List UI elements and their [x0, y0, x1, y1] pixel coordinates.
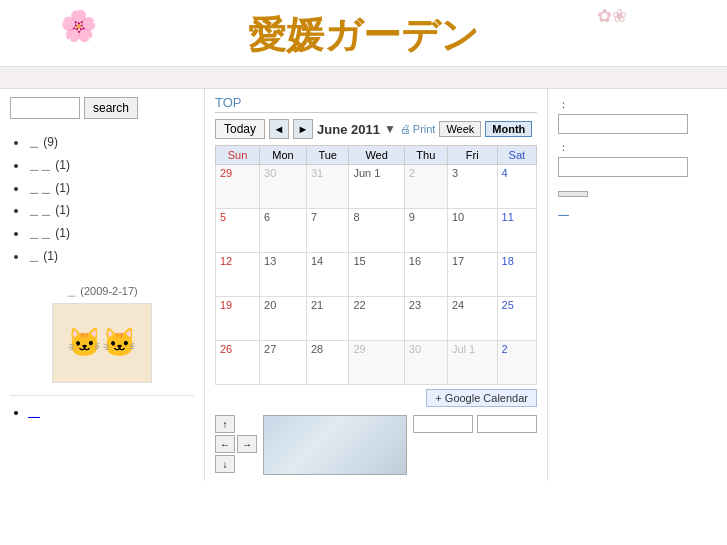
flower-decoration-left: 🌸: [60, 8, 97, 43]
prev-month-button[interactable]: ◄: [269, 119, 289, 139]
calendar-cell[interactable]: 28: [306, 341, 348, 385]
today-button[interactable]: Today: [215, 119, 265, 139]
right-input-1[interactable]: [558, 114, 688, 134]
map-up-button[interactable]: ↑: [215, 415, 235, 433]
calendar-cell[interactable]: 7: [306, 209, 348, 253]
right-link[interactable]: ＿: [558, 203, 717, 218]
map-down-button[interactable]: ↓: [215, 455, 235, 473]
calendar-cell[interactable]: 22: [349, 297, 404, 341]
col-header-tue: Tue: [306, 146, 348, 165]
next-month-button[interactable]: ►: [293, 119, 313, 139]
google-calendar-button[interactable]: + Google Calendar: [426, 389, 537, 407]
calendar-cell[interactable]: 29: [349, 341, 404, 385]
google-calendar-footer: + Google Calendar: [215, 389, 537, 407]
col-header-sat: Sat: [497, 146, 536, 165]
calendar-week-row: 2627282930Jul 12: [216, 341, 537, 385]
right-sidebar: ： ： ＿: [547, 89, 727, 481]
map-right-button[interactable]: →: [237, 435, 257, 453]
calendar-cell[interactable]: 31: [306, 165, 348, 209]
calendar-cell[interactable]: 30: [260, 165, 307, 209]
calendar-cell[interactable]: 12: [216, 253, 260, 297]
main-content: TOP Today ◄ ► June 2011 ▼ 🖨 Print Week M…: [205, 89, 547, 481]
printer-icon: 🖨: [400, 123, 411, 135]
calendar-cell[interactable]: 24: [447, 297, 497, 341]
map-input-2[interactable]: [477, 415, 537, 433]
calendar-cell[interactable]: 2: [497, 341, 536, 385]
calendar-cell[interactable]: 27: [260, 341, 307, 385]
calendar-cell[interactable]: 2: [404, 165, 447, 209]
calendar-week-row: 293031Jun 1234: [216, 165, 537, 209]
calendar-cell[interactable]: 16: [404, 253, 447, 297]
map-placeholder: [263, 415, 407, 475]
sidebar-bottom-list: ＿: [10, 404, 194, 421]
right-submit-button[interactable]: [558, 191, 588, 197]
list-item[interactable]: ＿＿ (1): [28, 154, 194, 177]
list-item-link[interactable]: ＿ (1): [28, 249, 58, 263]
calendar-cell[interactable]: 9: [404, 209, 447, 253]
calendar-cell[interactable]: 23: [404, 297, 447, 341]
calendar-cell[interactable]: 3: [447, 165, 497, 209]
week-view-button[interactable]: Week: [439, 121, 481, 137]
list-item[interactable]: ＿＿ (1): [28, 199, 194, 222]
list-item-link[interactable]: ＿ (9): [28, 135, 58, 149]
list-item-link[interactable]: ＿＿ (1): [28, 203, 70, 217]
month-view-button[interactable]: Month: [485, 121, 532, 137]
calendar-cell[interactable]: 26: [216, 341, 260, 385]
calendar-cell[interactable]: 5: [216, 209, 260, 253]
calendar-cell[interactable]: 18: [497, 253, 536, 297]
list-item[interactable]: ＿＿ (1): [28, 222, 194, 245]
right-input-2[interactable]: [558, 157, 688, 177]
calendar-cell[interactable]: 6: [260, 209, 307, 253]
print-button[interactable]: 🖨 Print: [400, 123, 436, 135]
search-area: search: [10, 97, 194, 119]
list-item[interactable]: ＿＿ (1): [28, 177, 194, 200]
calendar-table: Sun Mon Tue Wed Thu Fri Sat 293031Jun 12…: [215, 145, 537, 385]
list-item[interactable]: ＿: [28, 404, 194, 421]
search-input[interactable]: [10, 97, 80, 119]
list-item-link[interactable]: ＿＿ (1): [28, 181, 70, 195]
calendar-cell[interactable]: 13: [260, 253, 307, 297]
bottom-list-link[interactable]: ＿: [28, 405, 40, 419]
calendar-cell[interactable]: 14: [306, 253, 348, 297]
list-item[interactable]: ＿ (1): [28, 245, 194, 268]
month-label: June 2011: [317, 122, 380, 137]
right-form-row-2: ：: [558, 140, 717, 177]
col-header-mon: Mon: [260, 146, 307, 165]
sidebar: search ＿ (9) ＿＿ (1) ＿＿ (1) ＿＿ (1) ＿＿ (1)…: [0, 89, 205, 481]
calendar-cell[interactable]: Jul 1: [447, 341, 497, 385]
list-item[interactable]: ＿ (9): [28, 131, 194, 154]
calendar-cell[interactable]: 20: [260, 297, 307, 341]
calendar-cell[interactable]: 29: [216, 165, 260, 209]
calendar-cell[interactable]: 15: [349, 253, 404, 297]
calendar-header-row: Sun Mon Tue Wed Thu Fri Sat: [216, 146, 537, 165]
col-header-fri: Fri: [447, 146, 497, 165]
calendar-cell[interactable]: 11: [497, 209, 536, 253]
map-left-button[interactable]: ←: [215, 435, 235, 453]
right-label-1: ：: [558, 97, 717, 112]
calendar-cell[interactable]: 8: [349, 209, 404, 253]
calendar-body: 293031Jun 123456789101112131415161718192…: [216, 165, 537, 385]
search-button[interactable]: search: [84, 97, 138, 119]
list-item-link[interactable]: ＿＿ (1): [28, 226, 70, 240]
calendar-cell[interactable]: Jun 1: [349, 165, 404, 209]
calendar-cell[interactable]: 19: [216, 297, 260, 341]
nav-bar: [0, 67, 727, 89]
month-dropdown-icon[interactable]: ▼: [384, 122, 396, 136]
calendar-cell[interactable]: 4: [497, 165, 536, 209]
map-input-1[interactable]: [413, 415, 473, 433]
col-header-sun: Sun: [216, 146, 260, 165]
sidebar-image-label: ＿ (2009-2-17): [10, 284, 194, 299]
calendar-cell[interactable]: 21: [306, 297, 348, 341]
top-label: TOP: [215, 95, 537, 113]
lucky-cat-image: 🐱🐱: [52, 303, 152, 383]
calendar-cell[interactable]: 25: [497, 297, 536, 341]
calendar-week-row: 12131415161718: [216, 253, 537, 297]
map-nav-row: ← →: [215, 435, 257, 453]
sidebar-image-block: ＿ (2009-2-17) 🐱🐱: [10, 284, 194, 383]
sidebar-bottom: ＿: [10, 395, 194, 421]
calendar-cell[interactable]: 10: [447, 209, 497, 253]
sidebar-nav-list: ＿ (9) ＿＿ (1) ＿＿ (1) ＿＿ (1) ＿＿ (1) ＿ (1): [10, 131, 194, 268]
list-item-link[interactable]: ＿＿ (1): [28, 158, 70, 172]
calendar-cell[interactable]: 30: [404, 341, 447, 385]
calendar-cell[interactable]: 17: [447, 253, 497, 297]
